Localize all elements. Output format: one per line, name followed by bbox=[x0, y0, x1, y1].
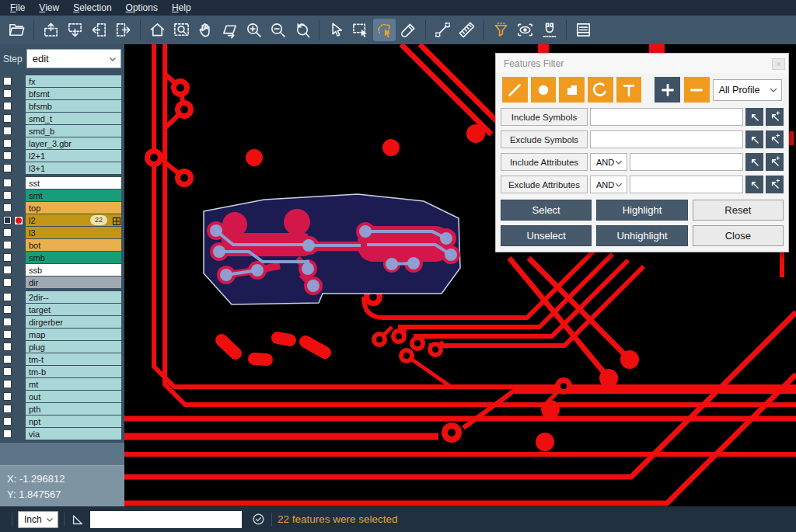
polygon-select-button[interactable] bbox=[373, 19, 396, 41]
layer-row-layer_3.gbr[interactable]: layer_3.gbr bbox=[0, 137, 124, 149]
layer-visibility-checkbox[interactable] bbox=[3, 179, 12, 187]
highlight-button[interactable]: Highlight bbox=[596, 200, 687, 221]
paint-select-button[interactable] bbox=[397, 19, 420, 41]
layer-visibility-checkbox[interactable] bbox=[3, 139, 12, 148]
angle-measure-icon[interactable] bbox=[70, 512, 86, 527]
layer-row-top[interactable]: top bbox=[0, 202, 124, 214]
pointer-select-button[interactable] bbox=[325, 19, 347, 41]
exclude-attributes-pick-button[interactable] bbox=[745, 176, 763, 193]
pan-hand-button[interactable] bbox=[194, 19, 217, 41]
active-layer-indicator[interactable] bbox=[14, 216, 23, 225]
reset-button[interactable]: Reset bbox=[693, 200, 784, 221]
pan-down-button[interactable] bbox=[64, 19, 86, 41]
layer-row-l3+1[interactable]: l3+1 bbox=[0, 162, 124, 174]
view-options-button[interactable] bbox=[514, 19, 536, 41]
zoom-in-button[interactable] bbox=[243, 19, 265, 41]
menu-help[interactable]: Help bbox=[165, 0, 198, 16]
zoom-shape-button[interactable] bbox=[218, 19, 241, 41]
layer-row-fx[interactable]: fx bbox=[0, 75, 124, 87]
pan-left-button[interactable] bbox=[88, 19, 110, 41]
filter-surfaces-button[interactable] bbox=[559, 77, 585, 103]
exclude-symbols-pick-button[interactable] bbox=[745, 130, 763, 148]
layer-row-map[interactable]: map bbox=[0, 329, 124, 340]
layer-visibility-checkbox[interactable] bbox=[3, 429, 12, 438]
exclude-symbols-pick-add-button[interactable] bbox=[766, 130, 784, 148]
menu-options[interactable]: Options bbox=[119, 0, 165, 16]
layer-row-target[interactable]: target bbox=[0, 304, 124, 315]
include-symbols-input[interactable] bbox=[590, 108, 743, 126]
profile-select[interactable]: All Profile bbox=[713, 79, 782, 101]
zoom-out-button[interactable] bbox=[267, 19, 289, 41]
exclude-attributes-pick-add-button[interactable] bbox=[766, 176, 784, 193]
layer-visibility-checkbox[interactable] bbox=[3, 127, 12, 135]
exclude-attributes-input[interactable] bbox=[630, 176, 743, 193]
positive-mode-button[interactable] bbox=[655, 77, 680, 103]
dialog-close-button[interactable]: × bbox=[772, 58, 785, 70]
layer-row-npt[interactable]: npt bbox=[0, 416, 124, 427]
layer-row-out[interactable]: out bbox=[0, 391, 124, 402]
layer-row-pth[interactable]: pth bbox=[0, 403, 124, 415]
step-select[interactable]: edit bbox=[26, 49, 121, 68]
filter-arcs-button[interactable] bbox=[588, 77, 613, 103]
pcb-canvas[interactable]: Features Filter × All Profile Include Sy… bbox=[124, 44, 796, 506]
layer-row-dirgerber[interactable]: dirgerber bbox=[0, 316, 124, 328]
zoom-home-button[interactable] bbox=[146, 19, 169, 41]
layer-row-smd_b[interactable]: smd_b bbox=[0, 125, 124, 137]
layer-visibility-checkbox[interactable] bbox=[3, 266, 12, 274]
include-attributes-pick-button[interactable] bbox=[745, 153, 763, 171]
exclude-attributes-operator-select[interactable]: AND bbox=[590, 176, 627, 193]
layer-row-via[interactable]: via bbox=[0, 428, 124, 440]
layer-visibility-checkbox[interactable] bbox=[3, 253, 12, 262]
layer-visibility-checkbox[interactable] bbox=[3, 367, 12, 376]
layer-visibility-checkbox[interactable] bbox=[3, 293, 12, 301]
measure-distance-button[interactable] bbox=[431, 19, 454, 41]
negative-mode-button[interactable] bbox=[684, 77, 710, 103]
layer-row-2dir--[interactable]: 2dir-- bbox=[0, 291, 124, 303]
zoom-window-button[interactable] bbox=[170, 19, 193, 41]
menu-view[interactable]: View bbox=[32, 0, 66, 16]
layer-row-sst[interactable]: sst bbox=[0, 177, 124, 189]
include-attributes-pick-add-button[interactable] bbox=[766, 153, 784, 171]
features-filter-button[interactable] bbox=[490, 19, 512, 41]
filter-lines-button[interactable] bbox=[502, 77, 528, 103]
layer-visibility-checkbox[interactable] bbox=[3, 164, 12, 172]
layer-visibility-checkbox[interactable] bbox=[3, 102, 12, 110]
layer-visibility-checkbox[interactable] bbox=[3, 380, 12, 388]
layer-visibility-checkbox[interactable] bbox=[3, 241, 12, 249]
zoom-previous-button[interactable] bbox=[291, 19, 313, 41]
layer-row-smt[interactable]: smt bbox=[0, 190, 124, 201]
layer-visibility-checkbox[interactable] bbox=[3, 330, 12, 339]
layer-visibility-checkbox[interactable] bbox=[3, 77, 12, 85]
select-button[interactable]: Select bbox=[501, 200, 592, 221]
layer-row-l3[interactable]: l3 bbox=[0, 227, 124, 238]
layer-row-l2+1[interactable]: l2+1 bbox=[0, 150, 124, 162]
confirm-sync-icon[interactable] bbox=[251, 512, 266, 527]
include-attributes-button[interactable]: Include Attributes bbox=[501, 153, 588, 171]
layer-visibility-checkbox[interactable] bbox=[3, 342, 12, 351]
unhighlight-button[interactable]: Unhighlight bbox=[596, 225, 687, 246]
exclude-symbols-button[interactable]: Exclude Symbols bbox=[501, 130, 588, 148]
layer-row-bfsmb[interactable]: bfsmb bbox=[0, 100, 124, 112]
layer-row-mt[interactable]: mt bbox=[0, 378, 124, 390]
pan-up-button[interactable] bbox=[40, 19, 62, 41]
include-symbols-pick-button[interactable] bbox=[745, 108, 763, 126]
rectangle-select-button[interactable] bbox=[349, 19, 372, 41]
layer-visibility-checkbox[interactable] bbox=[3, 392, 12, 401]
layer-visibility-checkbox[interactable] bbox=[3, 151, 12, 160]
layer-row-l2[interactable]: l222 bbox=[0, 214, 124, 226]
layer-row-bot[interactable]: bot bbox=[0, 239, 124, 251]
include-attributes-input[interactable] bbox=[630, 153, 743, 171]
filter-pads-button[interactable] bbox=[531, 77, 557, 103]
layer-visibility-checkbox[interactable] bbox=[3, 89, 12, 98]
snap-mode-button[interactable] bbox=[538, 19, 560, 41]
dialog-titlebar[interactable]: Features Filter × bbox=[496, 54, 788, 73]
close-button[interactable]: Close bbox=[693, 225, 784, 246]
layer-row-ssb[interactable]: ssb bbox=[0, 264, 124, 276]
layer-visibility-checkbox[interactable] bbox=[3, 278, 12, 287]
layer-visibility-checkbox[interactable] bbox=[3, 203, 12, 212]
layer-visibility-checkbox[interactable] bbox=[3, 216, 12, 224]
include-symbols-button[interactable]: Include Symbols bbox=[501, 108, 588, 126]
layer-row-smb[interactable]: smb bbox=[0, 252, 124, 263]
layer-row-tm-t[interactable]: tm-t bbox=[0, 353, 124, 365]
exclude-attributes-button[interactable]: Exclude Attributes bbox=[501, 176, 588, 193]
